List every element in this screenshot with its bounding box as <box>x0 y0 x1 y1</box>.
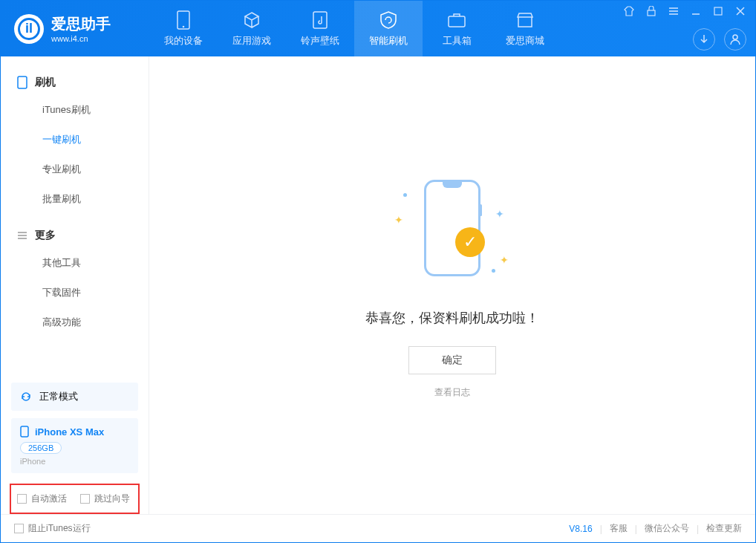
check-update-link[interactable]: 检查更新 <box>706 522 742 535</box>
svg-rect-7 <box>18 77 27 88</box>
tab-smart-flash[interactable]: 智能刷机 <box>354 1 423 56</box>
tab-label: 工具箱 <box>443 34 472 48</box>
main-tabs: 我的设备 应用游戏 铃声壁纸 智能刷机 工具箱 爱思商城 <box>149 1 559 56</box>
success-message: 恭喜您，保资料刷机成功啦！ <box>365 309 539 327</box>
svg-rect-5 <box>714 7 722 15</box>
device-type-label: iPhone <box>20 457 129 466</box>
sidebar-item-pro-flash[interactable]: 专业刷机 <box>1 155 149 184</box>
checkmark-badge-icon: ✓ <box>455 227 485 257</box>
toolbox-icon <box>447 10 466 30</box>
checkbox-icon <box>17 494 27 504</box>
sidebar-item-batch-flash[interactable]: 批量刷机 <box>1 184 149 214</box>
sync-icon <box>20 391 32 403</box>
app-logo-icon: il <box>14 14 44 44</box>
cube-icon <box>242 10 261 30</box>
device-info-card[interactable]: iPhone XS Max 256GB iPhone <box>11 418 138 473</box>
svg-rect-3 <box>449 16 465 27</box>
list-icon <box>17 230 27 241</box>
window-controls <box>623 1 755 56</box>
tab-ringtone-wallpaper[interactable]: 铃声壁纸 <box>286 1 354 56</box>
phone-outline-icon <box>17 76 27 89</box>
tab-apps-games[interactable]: 应用游戏 <box>218 1 286 56</box>
sidebar: 刷机 iTunes刷机 一键刷机 专业刷机 批量刷机 更多 其他工具 下载固件 … <box>1 56 149 514</box>
sidebar-item-one-click-flash[interactable]: 一键刷机 <box>1 125 149 155</box>
statusbar: 阻止iTunes运行 V8.16 | 客服 | 微信公众号 | 检查更新 <box>1 514 755 542</box>
checkbox-icon <box>80 494 90 504</box>
sidebar-item-download-firmware[interactable]: 下载固件 <box>1 278 149 308</box>
sidebar-section-flash: 刷机 <box>1 70 149 95</box>
maximize-icon[interactable] <box>712 5 724 17</box>
tab-my-device[interactable]: 我的设备 <box>149 1 218 56</box>
brand-url: www.i4.cn <box>51 34 111 43</box>
version-label: V8.16 <box>569 524 592 534</box>
tab-toolbox[interactable]: 工具箱 <box>423 1 491 56</box>
tab-label: 爱思商城 <box>506 34 544 48</box>
titlebar: il 爱思助手 www.i4.cn 我的设备 应用游戏 铃声壁纸 智能刷机 工具… <box>1 1 755 56</box>
device-name-label: iPhone XS Max <box>35 426 104 438</box>
tab-store[interactable]: 爱思商城 <box>491 1 559 56</box>
svg-point-1 <box>183 25 185 27</box>
checkbox-highlight-box: 自动激活 跳过向导 <box>10 484 140 514</box>
wechat-link[interactable]: 微信公众号 <box>645 522 689 535</box>
tab-label: 智能刷机 <box>369 34 408 48</box>
tab-label: 我的设备 <box>164 34 203 48</box>
sidebar-item-advanced[interactable]: 高级功能 <box>1 308 149 337</box>
device-capacity-badge: 256GB <box>20 442 62 454</box>
store-icon <box>515 10 535 30</box>
minimize-icon[interactable] <box>690 5 702 17</box>
support-link[interactable]: 客服 <box>610 522 628 535</box>
lock-icon[interactable] <box>645 5 657 17</box>
phone-icon <box>20 426 29 438</box>
refresh-shield-icon <box>379 10 398 30</box>
device-mode-card[interactable]: 正常模式 <box>11 383 138 411</box>
device-mode-label: 正常模式 <box>39 390 78 403</box>
success-illustration: ✦ ✓ ✦ ✦ <box>378 172 527 291</box>
tab-label: 铃声壁纸 <box>301 34 339 48</box>
download-button[interactable] <box>693 28 715 51</box>
checkbox-skip-guide[interactable]: 跳过向导 <box>80 492 130 505</box>
checkbox-icon <box>14 524 24 533</box>
phone-icon <box>174 10 193 30</box>
brand-name: 爱思助手 <box>51 14 111 34</box>
sidebar-section-more: 更多 <box>1 223 149 248</box>
checkbox-auto-activate[interactable]: 自动激活 <box>17 492 67 505</box>
svg-rect-8 <box>21 426 28 437</box>
shirt-icon[interactable] <box>623 5 635 17</box>
sidebar-item-other-tools[interactable]: 其他工具 <box>1 248 149 278</box>
checkbox-block-itunes[interactable]: 阻止iTunes运行 <box>14 522 91 535</box>
main-panel: ✦ ✓ ✦ ✦ 恭喜您，保资料刷机成功啦！ 确定 查看日志 <box>149 56 755 514</box>
user-button[interactable] <box>724 28 746 51</box>
close-icon[interactable] <box>734 5 746 17</box>
svg-rect-2 <box>313 12 327 28</box>
ok-button[interactable]: 确定 <box>408 346 496 374</box>
sidebar-item-itunes-flash[interactable]: iTunes刷机 <box>1 95 149 125</box>
logo-area: il 爱思助手 www.i4.cn <box>1 14 149 44</box>
menu-icon[interactable] <box>668 5 680 17</box>
svg-point-6 <box>733 35 737 39</box>
svg-rect-4 <box>648 10 655 16</box>
music-file-icon <box>310 10 330 30</box>
content-area: 刷机 iTunes刷机 一键刷机 专业刷机 批量刷机 更多 其他工具 下载固件 … <box>1 56 755 514</box>
tab-label: 应用游戏 <box>232 34 271 48</box>
view-log-link[interactable]: 查看日志 <box>434 386 470 399</box>
